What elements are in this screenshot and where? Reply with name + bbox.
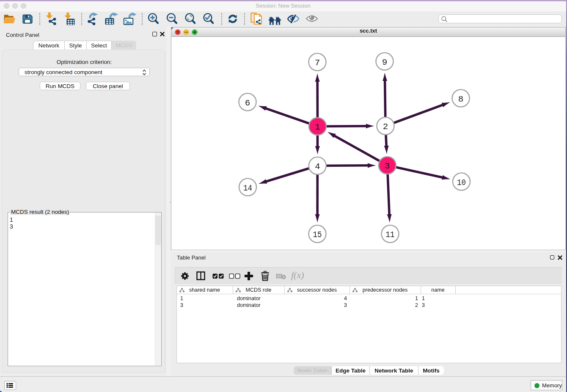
svg-text:10: 10 [457, 178, 466, 188]
svg-text:4: 4 [315, 162, 320, 171]
svg-text:11: 11 [386, 230, 395, 240]
svg-text:7: 7 [315, 58, 320, 68]
svg-text:15: 15 [313, 230, 322, 240]
svg-text:9: 9 [382, 58, 388, 67]
svg-text:14: 14 [243, 183, 252, 193]
svg-text:8: 8 [458, 94, 464, 104]
svg-text:2: 2 [383, 122, 388, 132]
svg-text:3: 3 [385, 161, 390, 171]
svg-text:6: 6 [245, 98, 250, 108]
svg-text:1: 1 [315, 122, 320, 132]
